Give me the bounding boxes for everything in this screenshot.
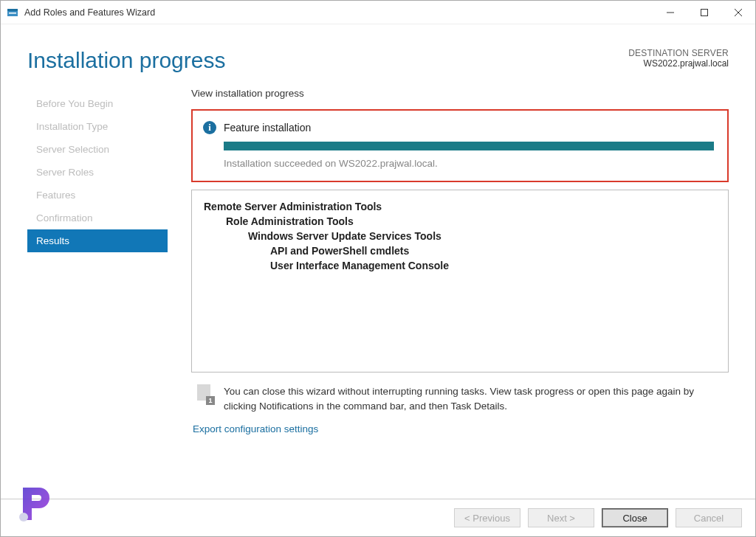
tree-item: Role Administration Tools <box>204 214 716 229</box>
minimize-button[interactable] <box>653 1 687 24</box>
step-server-roles: Server Roles <box>27 161 168 184</box>
wizard-steps-sidebar: Before You Begin Installation Type Serve… <box>27 88 168 471</box>
hint-row: 1 You can close this wizard without inte… <box>191 373 729 420</box>
hint-text: You can close this wizard without interr… <box>224 384 727 413</box>
section-label: View installation progress <box>191 88 729 99</box>
wizard-body: Before You Begin Installation Type Serve… <box>1 88 755 471</box>
titlebar: Add Roles and Features Wizard <box>1 1 755 24</box>
app-icon <box>7 7 18 18</box>
tree-item: Remote Server Administration Tools <box>204 199 716 214</box>
status-panel: i Feature installation Installation succ… <box>191 109 729 182</box>
wizard-content: View installation progress i Feature ins… <box>191 88 729 471</box>
close-button[interactable]: Close <box>602 508 668 527</box>
page-title: Installation progress <box>27 48 225 73</box>
progress-bar <box>224 142 714 150</box>
next-button: Next > <box>528 508 594 527</box>
previous-button: < Previous <box>454 508 520 527</box>
svg-point-7 <box>19 513 28 522</box>
tree-item: User Interface Management Console <box>204 258 716 273</box>
destination-info: DESTINATION SERVER WS2022.prajwal.local <box>628 48 729 73</box>
tree-item: Windows Server Update Services Tools <box>204 229 716 243</box>
destination-server: WS2022.prajwal.local <box>628 58 729 69</box>
window-controls <box>653 1 755 24</box>
info-icon: i <box>203 121 216 134</box>
tree-item: API and PowerShell cmdlets <box>204 243 716 258</box>
installation-details[interactable]: Remote Server Administration Tools Role … <box>191 190 729 373</box>
status-title: Feature installation <box>224 122 311 134</box>
close-window-button[interactable] <box>721 1 755 24</box>
notifications-flag-icon: 1 <box>197 384 213 403</box>
step-server-selection: Server Selection <box>27 138 168 161</box>
window-title: Add Roles and Features Wizard <box>24 7 653 18</box>
status-row: i Feature installation <box>203 121 714 134</box>
step-confirmation: Confirmation <box>27 207 168 229</box>
cancel-button: Cancel <box>676 508 742 527</box>
step-installation-type: Installation Type <box>27 115 168 138</box>
maximize-button[interactable] <box>687 1 721 24</box>
svg-rect-2 <box>9 13 16 14</box>
step-features: Features <box>27 184 168 207</box>
svg-rect-1 <box>7 9 18 11</box>
export-configuration-link[interactable]: Export configuration settings <box>191 420 729 434</box>
step-results[interactable]: Results <box>27 229 168 252</box>
destination-label: DESTINATION SERVER <box>628 48 729 58</box>
status-message: Installation succeeded on WS2022.prajwal… <box>224 158 714 169</box>
step-before-you-begin: Before You Begin <box>27 92 168 115</box>
svg-rect-4 <box>701 9 708 15</box>
wizard-header: Installation progress DESTINATION SERVER… <box>1 24 755 88</box>
wizard-footer: < Previous Next > Close Cancel <box>1 499 755 536</box>
watermark-logo <box>13 480 60 527</box>
